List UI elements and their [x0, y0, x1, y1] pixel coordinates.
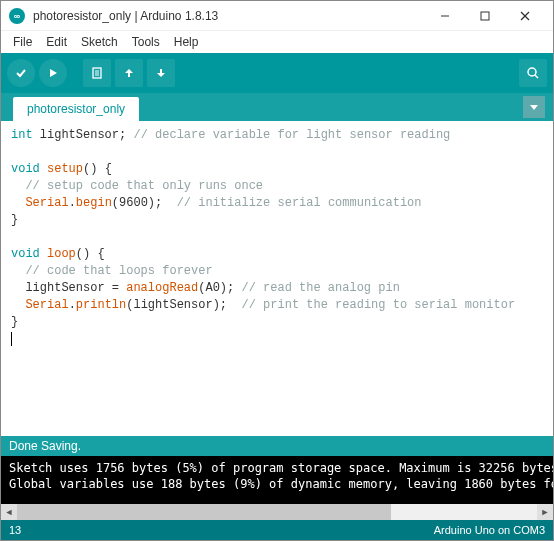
- code-keyword: void: [11, 162, 40, 176]
- code-function: begin: [76, 196, 112, 210]
- verify-button[interactable]: [7, 59, 35, 87]
- window-title: photoresistor_only | Arduino 1.8.13: [33, 9, 425, 23]
- code-comment: // declare variable for light sensor rea…: [133, 128, 450, 142]
- status-bar: Done Saving.: [1, 436, 553, 456]
- code-text: lightSensor;: [33, 128, 134, 142]
- code-text: .: [69, 298, 76, 312]
- scroll-track[interactable]: [17, 504, 537, 520]
- menu-sketch[interactable]: Sketch: [75, 33, 124, 51]
- svg-marker-13: [530, 105, 538, 110]
- text-cursor: [11, 332, 12, 346]
- code-text: }: [11, 213, 18, 227]
- svg-marker-4: [50, 69, 57, 77]
- code-text: .: [69, 196, 76, 210]
- console-line: Sketch uses 1756 bytes (5%) of program s…: [9, 460, 545, 476]
- code-text: () {: [83, 162, 112, 176]
- titlebar: ∞ photoresistor_only | Arduino 1.8.13: [1, 1, 553, 31]
- code-function: loop: [47, 247, 76, 261]
- open-button[interactable]: [115, 59, 143, 87]
- new-button[interactable]: [83, 59, 111, 87]
- tabbar: photoresistor_only: [1, 93, 553, 121]
- code-text: [11, 196, 25, 210]
- code-text: (lightSensor);: [126, 298, 241, 312]
- scroll-thumb[interactable]: [17, 504, 391, 520]
- code-text: (9600);: [112, 196, 177, 210]
- code-text: () {: [76, 247, 105, 261]
- scroll-right-button[interactable]: ►: [537, 504, 553, 520]
- svg-point-11: [528, 68, 536, 76]
- code-keyword: int: [11, 128, 33, 142]
- code-comment: // read the analog pin: [241, 281, 399, 295]
- menubar: File Edit Sketch Tools Help: [1, 31, 553, 53]
- board-port-label: Arduino Uno on COM3: [434, 524, 545, 536]
- status-message: Done Saving.: [9, 439, 81, 453]
- maximize-button[interactable]: [465, 2, 505, 30]
- code-text: lightSensor =: [11, 281, 126, 295]
- menu-edit[interactable]: Edit: [40, 33, 73, 51]
- code-text: }: [11, 315, 18, 329]
- code-editor[interactable]: int lightSensor; // declare variable for…: [1, 121, 553, 436]
- menu-tools[interactable]: Tools: [126, 33, 166, 51]
- code-comment: // initialize serial communication: [177, 196, 422, 210]
- code-comment: // print the reading to serial monitor: [241, 298, 515, 312]
- svg-marker-9: [125, 69, 133, 77]
- code-serial: Serial: [25, 298, 68, 312]
- serial-monitor-button[interactable]: [519, 59, 547, 87]
- footer-bar: 13 Arduino Uno on COM3: [1, 520, 553, 540]
- console-line: Global variables use 188 bytes (9%) of d…: [9, 476, 545, 492]
- scroll-left-button[interactable]: ◄: [1, 504, 17, 520]
- window-controls: [425, 2, 545, 30]
- svg-line-12: [535, 75, 538, 78]
- tab-sketch[interactable]: photoresistor_only: [13, 97, 139, 121]
- arduino-logo-icon: ∞: [9, 8, 25, 24]
- close-button[interactable]: [505, 2, 545, 30]
- code-comment: // code that loops forever: [11, 264, 213, 278]
- code-text: (A0);: [198, 281, 241, 295]
- code-comment: // setup code that only runs once: [11, 179, 263, 193]
- code-function: analogRead: [126, 281, 198, 295]
- code-serial: Serial: [25, 196, 68, 210]
- svg-rect-1: [481, 12, 489, 20]
- toolbar: [1, 53, 553, 93]
- output-console[interactable]: Sketch uses 1756 bytes (5%) of program s…: [1, 456, 553, 504]
- save-button[interactable]: [147, 59, 175, 87]
- minimize-button[interactable]: [425, 2, 465, 30]
- code-keyword: void: [11, 247, 40, 261]
- line-number: 13: [9, 524, 434, 536]
- code-function: setup: [47, 162, 83, 176]
- code-function: println: [76, 298, 126, 312]
- upload-button[interactable]: [39, 59, 67, 87]
- menu-help[interactable]: Help: [168, 33, 205, 51]
- menu-file[interactable]: File: [7, 33, 38, 51]
- code-text: [11, 298, 25, 312]
- horizontal-scrollbar[interactable]: ◄ ►: [1, 504, 553, 520]
- tab-menu-dropdown[interactable]: [523, 96, 545, 118]
- svg-marker-10: [157, 69, 165, 77]
